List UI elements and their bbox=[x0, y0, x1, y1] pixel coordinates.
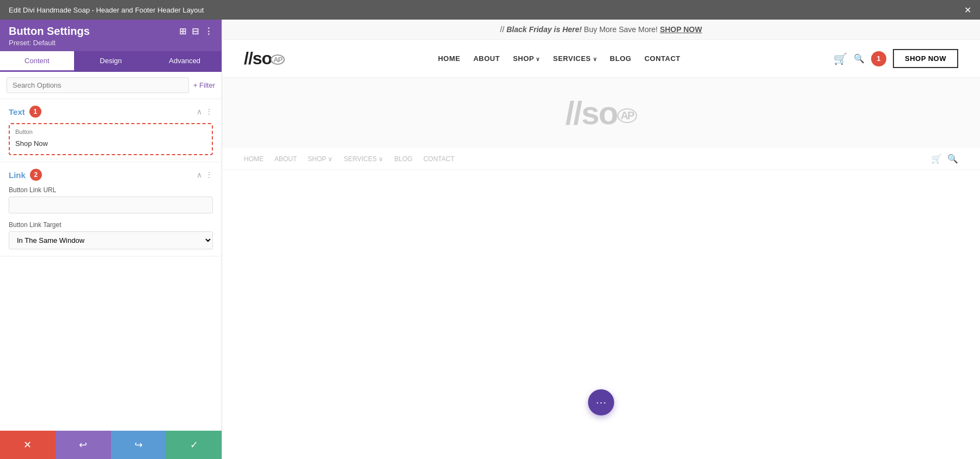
center-logo-area: //soAP bbox=[222, 78, 980, 148]
tab-content[interactable]: Content bbox=[0, 51, 74, 72]
panel-title-icons: ⊞ ⊟ ⋮ bbox=[179, 26, 213, 36]
topbar-italic: Black Friday is Here! bbox=[506, 25, 582, 34]
link-collapse-icon[interactable]: ∧ bbox=[197, 170, 202, 179]
panel-title: Button Settings bbox=[9, 25, 90, 38]
site-topbar: // Black Friday is Here! Buy More Save M… bbox=[222, 20, 980, 40]
ghost-nav: HOME ABOUT SHOP ∨ SERVICES ∨ BLOG CONTAC… bbox=[222, 148, 980, 170]
nav-links: HOME ABOUT SHOP SERVICES BLOG CONTACT bbox=[438, 54, 680, 63]
nav-contact[interactable]: CONTACT bbox=[645, 54, 681, 63]
text-section-title: Text 1 bbox=[9, 106, 41, 118]
preview-site: // Black Friday is Here! Buy More Save M… bbox=[222, 20, 980, 459]
responsive-icon[interactable]: ⊞ bbox=[179, 26, 186, 36]
preview-panel: // Black Friday is Here! Buy More Save M… bbox=[222, 20, 980, 459]
ghost-contact: CONTACT bbox=[424, 155, 455, 163]
link-section-more-icon[interactable]: ⋮ bbox=[205, 170, 213, 179]
search-icon[interactable]: 🔍 bbox=[854, 53, 865, 64]
ghost-blog: BLOG bbox=[394, 155, 412, 163]
link-section-title: Link 2 bbox=[9, 169, 42, 181]
main-layout: Button Settings ⊞ ⊟ ⋮ Preset: Default Co… bbox=[0, 20, 980, 459]
cart-icon[interactable]: 🛒 bbox=[834, 52, 847, 65]
nav-blog[interactable]: BLOG bbox=[610, 54, 632, 63]
link-section-actions: ∧ ⋮ bbox=[197, 170, 213, 179]
nav-about[interactable]: ABOUT bbox=[473, 54, 500, 63]
ghost-services: SERVICES ∨ bbox=[344, 155, 383, 163]
site-logo: //soAP bbox=[244, 48, 285, 69]
target-select[interactable]: In The Same Window In The New Tab bbox=[9, 231, 213, 249]
target-field: Button Link Target In The Same Window In… bbox=[9, 221, 213, 249]
button-field-label: Button bbox=[15, 128, 206, 135]
text-section-header: Text 1 ∧ ⋮ bbox=[9, 106, 213, 118]
tab-design[interactable]: Design bbox=[74, 51, 148, 72]
floating-dots-button[interactable]: ⋯ bbox=[588, 389, 614, 415]
center-logo: //soAP bbox=[565, 94, 636, 132]
tab-advanced[interactable]: Advanced bbox=[148, 51, 222, 72]
ghost-search-icon: 🔍 bbox=[947, 154, 958, 164]
url-input[interactable] bbox=[9, 197, 213, 213]
link-section-header: Link 2 ∧ ⋮ bbox=[9, 169, 213, 181]
button-text-value[interactable]: Shop Now bbox=[15, 137, 206, 150]
redo-button[interactable]: ↪ bbox=[111, 431, 167, 459]
link-section: Link 2 ∧ ⋮ Button Link URL Button Link T… bbox=[0, 162, 222, 256]
preset-label[interactable]: Preset: Default bbox=[9, 39, 213, 47]
ghost-home: HOME bbox=[244, 155, 264, 163]
panel-tabs: Content Design Advanced bbox=[0, 51, 222, 72]
bottom-actions: ✕ ↩ ↪ ✓ bbox=[0, 431, 222, 459]
topbar-shop-now-link[interactable]: SHOP NOW bbox=[660, 25, 702, 34]
filter-button[interactable]: + Filter bbox=[193, 81, 215, 89]
text-section-more-icon[interactable]: ⋮ bbox=[205, 107, 213, 116]
ghost-about: ABOUT bbox=[274, 155, 297, 163]
panel-title-row: Button Settings ⊞ ⊟ ⋮ bbox=[9, 25, 213, 38]
title-bar-text: Edit Divi Handmade Soap - Header and Foo… bbox=[9, 6, 204, 14]
notification-badge[interactable]: 1 bbox=[871, 51, 886, 66]
nav-shop[interactable]: SHOP bbox=[513, 54, 540, 63]
text-section-badge: 1 bbox=[29, 106, 41, 118]
ghost-shop: SHOP ∨ bbox=[308, 155, 333, 163]
link-section-badge: 2 bbox=[30, 169, 42, 181]
search-input[interactable] bbox=[7, 77, 189, 93]
url-field: Button Link URL bbox=[9, 186, 213, 213]
ghost-nav-links: HOME ABOUT SHOP ∨ SERVICES ∨ BLOG CONTAC… bbox=[244, 155, 455, 163]
nav-icons: 🛒 🔍 1 SHOP NOW bbox=[834, 49, 958, 68]
undo-button[interactable]: ↩ bbox=[56, 431, 111, 459]
layout-icon[interactable]: ⊟ bbox=[192, 26, 199, 36]
center-logo-ap-badge: AP bbox=[617, 108, 637, 123]
site-nav: //soAP HOME ABOUT SHOP SERVICES BLOG CON… bbox=[222, 40, 980, 78]
cancel-button[interactable]: ✕ bbox=[0, 431, 56, 459]
title-bar: Edit Divi Handmade Soap - Header and Foo… bbox=[0, 0, 980, 20]
ghost-cart-icon: 🛒 bbox=[931, 154, 942, 164]
text-section-actions: ∧ ⋮ bbox=[197, 107, 213, 116]
target-label: Button Link Target bbox=[9, 221, 213, 229]
link-title-label: Link bbox=[9, 170, 26, 180]
close-icon[interactable]: ✕ bbox=[964, 5, 971, 15]
url-label: Button Link URL bbox=[9, 186, 213, 194]
nav-home[interactable]: HOME bbox=[438, 54, 460, 63]
collapse-icon[interactable]: ∧ bbox=[197, 107, 202, 116]
text-section: Text 1 ∧ ⋮ Button Shop Now bbox=[0, 99, 222, 162]
left-panel: Button Settings ⊞ ⊟ ⋮ Preset: Default Co… bbox=[0, 20, 222, 459]
ghost-icons: 🛒 🔍 bbox=[931, 154, 958, 164]
text-title-label: Text bbox=[9, 107, 25, 117]
save-button[interactable]: ✓ bbox=[166, 431, 222, 459]
shop-now-button[interactable]: SHOP NOW bbox=[893, 49, 958, 68]
button-text-container: Button Shop Now bbox=[9, 123, 213, 155]
logo-ap-badge: AP bbox=[271, 54, 285, 65]
panel-header: Button Settings ⊞ ⊟ ⋮ Preset: Default bbox=[0, 20, 222, 51]
more-icon[interactable]: ⋮ bbox=[204, 26, 213, 36]
search-row: + Filter bbox=[0, 72, 222, 99]
nav-services[interactable]: SERVICES bbox=[553, 54, 597, 63]
